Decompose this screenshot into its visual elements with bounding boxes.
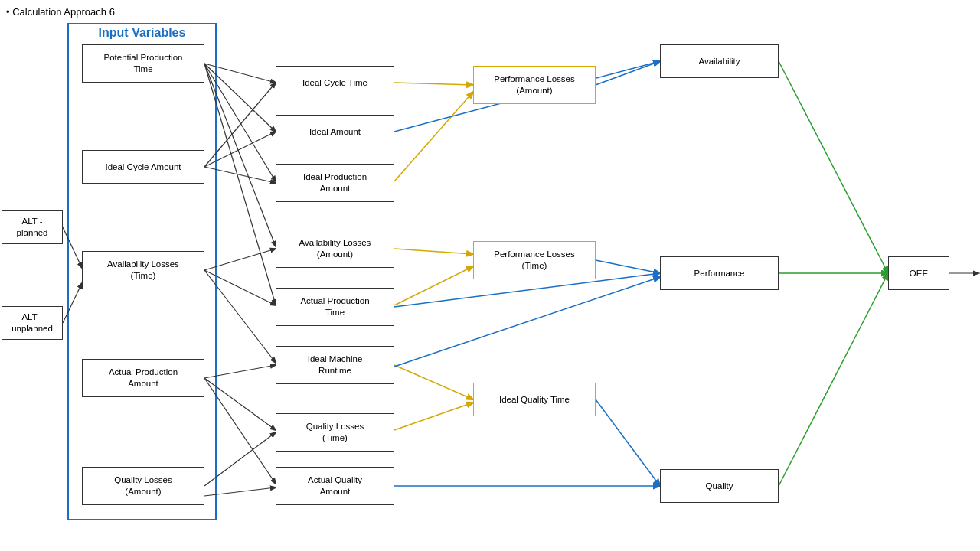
svg-line-2 [204,64,276,181]
node-quality-losses-amount: Quality Losses(Amount) [82,467,204,505]
node-performance: Performance [660,256,779,290]
node-actual-production-amount: Actual ProductionAmount [82,359,204,397]
node-availability: Availability [660,44,779,78]
svg-line-14 [204,378,276,430]
node-actual-quality-amount: Actual QualityAmount [276,467,394,505]
node-alt-unplanned: ALT -unplanned [2,306,63,340]
svg-line-21 [394,266,473,305]
svg-line-23 [394,403,473,430]
svg-line-1 [204,64,276,132]
svg-line-16 [204,432,276,486]
node-actual-production-time: Actual ProductionTime [276,288,394,326]
svg-line-29 [596,399,660,486]
svg-line-6 [204,132,276,167]
svg-line-26 [596,260,660,273]
svg-line-22 [394,365,473,399]
svg-line-8 [63,227,82,268]
svg-line-3 [204,64,276,246]
node-potential-production-time: Potential ProductionTime [82,44,204,83]
svg-line-18 [394,83,473,85]
svg-line-33 [779,273,888,486]
svg-line-0 [204,64,276,83]
svg-line-19 [394,92,473,181]
svg-line-11 [204,270,276,363]
svg-line-17 [204,487,276,496]
svg-line-15 [204,378,276,484]
node-oee: OEE [888,256,949,290]
node-performance-losses-amount: Performance Losses(Amount) [473,66,596,104]
svg-line-12 [63,283,82,323]
node-ideal-quality-time: Ideal Quality Time [473,383,596,416]
node-alt-planned: ALT -planned [2,210,63,244]
node-ideal-amount: Ideal Amount [276,115,394,148]
svg-line-7 [204,167,276,183]
svg-line-4 [204,64,276,305]
node-quality-losses-time: Quality Losses(Time) [276,413,394,452]
node-ideal-machine-runtime: Ideal MachineRuntime [276,346,394,384]
node-ideal-production-amount: Ideal ProductionAmount [276,164,394,202]
svg-line-10 [204,270,276,305]
node-ideal-cycle-time: Ideal Cycle Time [276,66,394,99]
svg-line-25 [596,61,660,85]
svg-line-31 [779,61,888,273]
svg-line-20 [394,249,473,254]
node-availability-losses-time: Availability Losses(Time) [82,251,204,289]
node-availability-losses-amount: Availability Losses(Amount) [276,230,394,268]
node-quality: Quality [660,469,779,503]
node-ideal-cycle-amount: Ideal Cycle Amount [82,150,204,184]
node-performance-losses-time: Performance Losses(Time) [473,241,596,279]
svg-line-13 [204,365,276,378]
diagram-canvas: • Calculation Approach 6 Input Variables [0,0,980,551]
